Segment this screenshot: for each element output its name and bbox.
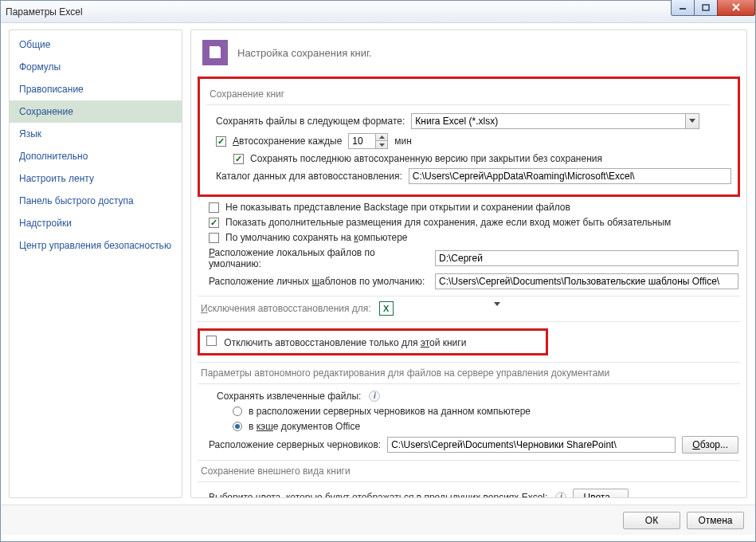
section-autorecover-exceptions: Исключения автовосстановления для: X xyxy=(198,296,740,322)
info-icon[interactable]: i xyxy=(369,391,380,402)
local-files-label: Расположение локальных файлов по умолчан… xyxy=(209,247,429,269)
dialog-footer: ОК Отмена xyxy=(1,505,755,535)
section-offline-editing: Параметры автономного редактирования для… xyxy=(198,362,740,384)
spin-down-icon[interactable] xyxy=(375,141,388,149)
window-buttons xyxy=(672,0,755,16)
server-drafts-label: Расположение серверных черновиков: xyxy=(209,439,381,450)
workbook-dropdown[interactable] xyxy=(494,302,500,316)
no-backstage-checkbox[interactable] xyxy=(209,202,219,213)
autosave-minutes-value[interactable] xyxy=(348,133,375,149)
radio-office-cache[interactable] xyxy=(233,422,242,431)
svg-rect-0 xyxy=(680,8,686,10)
radio-office-cache-label: в кэше документов Office xyxy=(249,421,360,432)
window-title: Параметры Excel xyxy=(6,6,83,18)
templates-input[interactable] xyxy=(435,273,738,289)
spin-up-icon[interactable] xyxy=(375,133,388,141)
nav-trust[interactable]: Центр управления безопасностью xyxy=(10,234,182,257)
show-places-label: Показать дополнительные размещения для с… xyxy=(225,217,671,228)
templates-label: Расположение личных шаблонов по умолчани… xyxy=(209,276,429,287)
nav-language[interactable]: Язык xyxy=(10,123,182,145)
nav-save[interactable]: Сохранение xyxy=(10,100,182,123)
nav-qat[interactable]: Панель быстрого доступа xyxy=(10,190,182,212)
nav-advanced[interactable]: Дополнительно xyxy=(10,145,182,167)
show-places-checkbox[interactable] xyxy=(209,218,219,228)
section-appearance: Сохранение внешнего вида книги xyxy=(198,460,740,482)
nav-ribbon[interactable]: Настроить ленту xyxy=(10,167,182,190)
autorecover-dir-input[interactable] xyxy=(409,168,731,184)
colors-button[interactable]: Цвета... xyxy=(573,489,628,498)
save-local-label: По умолчанию сохранять на компьютере xyxy=(225,232,408,243)
save-format-label: Сохранять файлы в следующем формате: xyxy=(216,116,405,127)
options-dialog: Параметры Excel Общие Формулы Правописан… xyxy=(0,0,756,542)
extracted-files-label: Сохранять извлеченные файлы: xyxy=(217,391,361,402)
titlebar: Параметры Excel xyxy=(1,1,755,23)
local-files-input[interactable] xyxy=(435,250,738,266)
close-button[interactable] xyxy=(717,0,755,16)
nav-sidebar: Общие Формулы Правописание Сохранение Яз… xyxy=(9,29,182,498)
page-header: Настройка сохранения книг. xyxy=(191,30,746,77)
cancel-button[interactable]: Отмена xyxy=(687,512,744,529)
radio-server-drafts-label: в расположении серверных черновиков на д… xyxy=(249,406,531,417)
nav-addins[interactable]: Надстройки xyxy=(10,212,182,234)
save-icon xyxy=(202,40,228,65)
autosave-label: ААвтосохранение каждыевтосохранение кажд… xyxy=(233,136,342,147)
maximize-button[interactable] xyxy=(694,0,718,16)
disable-autorecover-checkbox[interactable] xyxy=(206,336,217,346)
highlight-box-1: Сохранение книг Сохранять файлы в следую… xyxy=(198,77,740,197)
excel-icon: X xyxy=(379,301,394,316)
server-drafts-input[interactable] xyxy=(387,437,676,453)
save-format-value[interactable] xyxy=(411,113,685,129)
save-format-dropdown[interactable] xyxy=(411,113,699,129)
autosave-checkbox[interactable] xyxy=(216,136,226,147)
highlight-box-2: Отключить автовосстановление только для … xyxy=(198,328,548,355)
section-save-books: Сохранение книг xyxy=(206,87,731,105)
content-pane: Настройка сохранения книг. Сохранение кн… xyxy=(190,29,747,498)
colors-label: Выберите цвета, которые будут отображать… xyxy=(209,492,547,498)
keep-last-checkbox[interactable] xyxy=(233,154,244,164)
autosave-unit: мин xyxy=(394,136,412,147)
nav-general[interactable]: Общие xyxy=(10,33,182,56)
no-backstage-label: Не показывать представление Backstage пр… xyxy=(225,202,570,213)
svg-rect-1 xyxy=(703,5,709,10)
browse-button[interactable]: Обзор... xyxy=(682,436,738,454)
disable-autorecover-label: Отключить автовосстановление только для … xyxy=(224,337,466,348)
chevron-down-icon[interactable] xyxy=(685,113,699,129)
ok-button[interactable]: ОК xyxy=(623,512,680,529)
keep-last-label: Сохранять последнюю автосохраненную верс… xyxy=(250,153,602,164)
autorecover-dir-label: Каталог данных для автовосстановления: xyxy=(216,171,402,182)
nav-proofing[interactable]: Правописание xyxy=(10,78,182,100)
minimize-button[interactable] xyxy=(671,0,695,16)
autosave-minutes-stepper[interactable] xyxy=(348,133,388,149)
page-title: Настройка сохранения книг. xyxy=(237,47,372,59)
save-local-checkbox[interactable] xyxy=(209,233,219,243)
nav-formulas[interactable]: Формулы xyxy=(10,56,182,78)
radio-server-drafts[interactable] xyxy=(233,406,242,416)
info-icon[interactable]: i xyxy=(555,492,566,498)
